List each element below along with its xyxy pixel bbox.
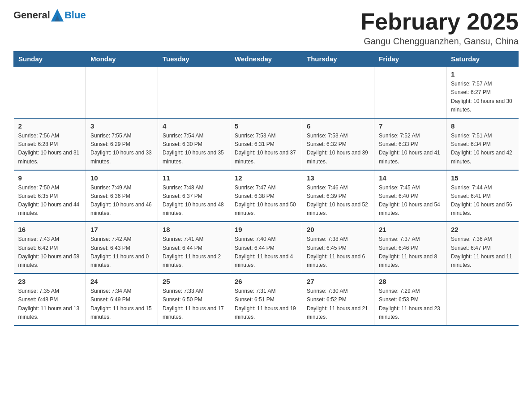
calendar-cell: 8Sunrise: 7:51 AMSunset: 6:34 PMDaylight…: [446, 118, 519, 170]
day-number: 20: [307, 226, 369, 233]
calendar-cell: 12Sunrise: 7:47 AMSunset: 6:38 PMDayligh…: [230, 170, 302, 222]
day-number: 6: [307, 122, 369, 130]
header-saturday: Saturday: [446, 51, 519, 67]
day-number: 13: [307, 174, 369, 182]
day-info: Sunrise: 7:38 AMSunset: 6:45 PMDaylight:…: [307, 235, 369, 270]
header-wednesday: Wednesday: [230, 51, 302, 67]
week-row-1: 1Sunrise: 7:57 AMSunset: 6:27 PMDaylight…: [14, 67, 519, 118]
month-year-title: February 2025: [360, 9, 519, 34]
location-subtitle: Gangu Chengguanzhen, Gansu, China: [360, 36, 519, 47]
calendar-cell: 9Sunrise: 7:50 AMSunset: 6:35 PMDaylight…: [14, 170, 86, 222]
day-number: 22: [451, 226, 514, 233]
day-info: Sunrise: 7:40 AMSunset: 6:44 PMDaylight:…: [235, 235, 297, 270]
calendar-cell: 4Sunrise: 7:54 AMSunset: 6:30 PMDaylight…: [158, 118, 230, 170]
day-number: 23: [18, 278, 82, 285]
day-info: Sunrise: 7:33 AMSunset: 6:50 PMDaylight:…: [163, 287, 225, 321]
calendar-cell: 14Sunrise: 7:45 AMSunset: 6:40 PMDayligh…: [374, 170, 446, 222]
calendar-cell: [158, 67, 230, 118]
calendar-cell: 13Sunrise: 7:46 AMSunset: 6:39 PMDayligh…: [302, 170, 374, 222]
logo-blue-text: Blue: [64, 9, 86, 21]
header-friday: Friday: [374, 51, 446, 67]
header-sunday: Sunday: [14, 51, 86, 67]
calendar-cell: 16Sunrise: 7:43 AMSunset: 6:42 PMDayligh…: [14, 222, 86, 274]
calendar-cell: 1Sunrise: 7:57 AMSunset: 6:27 PMDaylight…: [446, 67, 519, 118]
week-row-3: 9Sunrise: 7:50 AMSunset: 6:35 PMDaylight…: [14, 170, 519, 222]
calendar-cell: 10Sunrise: 7:49 AMSunset: 6:36 PMDayligh…: [86, 170, 158, 222]
calendar-table: Sunday Monday Tuesday Wednesday Thursday…: [13, 51, 519, 326]
calendar-cell: 28Sunrise: 7:29 AMSunset: 6:53 PMDayligh…: [374, 274, 446, 325]
day-info: Sunrise: 7:52 AMSunset: 6:33 PMDaylight:…: [379, 132, 442, 166]
day-number: 7: [379, 122, 442, 130]
day-number: 4: [163, 122, 225, 130]
day-info: Sunrise: 7:45 AMSunset: 6:40 PMDaylight:…: [379, 184, 442, 218]
calendar-header-row: Sunday Monday Tuesday Wednesday Thursday…: [14, 51, 519, 67]
calendar-cell: 3Sunrise: 7:55 AMSunset: 6:29 PMDaylight…: [86, 118, 158, 170]
day-info: Sunrise: 7:55 AMSunset: 6:29 PMDaylight:…: [90, 132, 153, 166]
day-info: Sunrise: 7:51 AMSunset: 6:34 PMDaylight:…: [451, 132, 514, 166]
day-number: 3: [90, 122, 153, 130]
calendar-cell: 18Sunrise: 7:41 AMSunset: 6:44 PMDayligh…: [158, 222, 230, 274]
header-tuesday: Tuesday: [158, 51, 230, 67]
day-info: Sunrise: 7:48 AMSunset: 6:37 PMDaylight:…: [163, 184, 225, 218]
header-monday: Monday: [86, 51, 158, 67]
day-number: 19: [235, 226, 297, 233]
calendar-cell: [446, 274, 519, 325]
day-number: 10: [90, 174, 153, 182]
calendar-cell: 2Sunrise: 7:56 AMSunset: 6:28 PMDaylight…: [14, 118, 86, 170]
day-info: Sunrise: 7:44 AMSunset: 6:41 PMDaylight:…: [451, 184, 514, 218]
day-info: Sunrise: 7:47 AMSunset: 6:38 PMDaylight:…: [235, 184, 297, 218]
day-info: Sunrise: 7:57 AMSunset: 6:27 PMDaylight:…: [451, 80, 514, 114]
calendar-cell: 21Sunrise: 7:37 AMSunset: 6:46 PMDayligh…: [374, 222, 446, 274]
calendar-cell: [302, 67, 374, 118]
day-number: 17: [90, 226, 153, 233]
day-info: Sunrise: 7:46 AMSunset: 6:39 PMDaylight:…: [307, 184, 369, 218]
day-info: Sunrise: 7:37 AMSunset: 6:46 PMDaylight:…: [379, 235, 442, 270]
day-info: Sunrise: 7:31 AMSunset: 6:51 PMDaylight:…: [235, 287, 297, 321]
day-info: Sunrise: 7:43 AMSunset: 6:42 PMDaylight:…: [18, 235, 82, 270]
day-number: 1: [451, 70, 514, 78]
calendar-cell: 19Sunrise: 7:40 AMSunset: 6:44 PMDayligh…: [230, 222, 302, 274]
day-info: Sunrise: 7:56 AMSunset: 6:28 PMDaylight:…: [18, 132, 82, 166]
calendar-cell: 6Sunrise: 7:53 AMSunset: 6:32 PMDaylight…: [302, 118, 374, 170]
day-number: 27: [307, 278, 369, 285]
day-info: Sunrise: 7:53 AMSunset: 6:32 PMDaylight:…: [307, 132, 369, 166]
day-info: Sunrise: 7:50 AMSunset: 6:35 PMDaylight:…: [18, 184, 82, 218]
week-row-4: 16Sunrise: 7:43 AMSunset: 6:42 PMDayligh…: [14, 222, 519, 274]
day-number: 2: [18, 122, 82, 130]
calendar-cell: 20Sunrise: 7:38 AMSunset: 6:45 PMDayligh…: [302, 222, 374, 274]
day-number: 12: [235, 174, 297, 182]
day-number: 5: [235, 122, 297, 130]
day-info: Sunrise: 7:34 AMSunset: 6:49 PMDaylight:…: [90, 287, 153, 321]
calendar-cell: 15Sunrise: 7:44 AMSunset: 6:41 PMDayligh…: [446, 170, 519, 222]
day-number: 16: [18, 226, 82, 233]
day-info: Sunrise: 7:41 AMSunset: 6:44 PMDaylight:…: [163, 235, 225, 270]
day-number: 21: [379, 226, 442, 233]
calendar-cell: 27Sunrise: 7:30 AMSunset: 6:52 PMDayligh…: [302, 274, 374, 325]
day-info: Sunrise: 7:35 AMSunset: 6:48 PMDaylight:…: [18, 287, 82, 321]
calendar-cell: 23Sunrise: 7:35 AMSunset: 6:48 PMDayligh…: [14, 274, 86, 325]
calendar-cell: 17Sunrise: 7:42 AMSunset: 6:43 PMDayligh…: [86, 222, 158, 274]
header-thursday: Thursday: [302, 51, 374, 67]
day-info: Sunrise: 7:53 AMSunset: 6:31 PMDaylight:…: [235, 132, 297, 166]
day-number: 24: [90, 278, 153, 285]
calendar-cell: 7Sunrise: 7:52 AMSunset: 6:33 PMDaylight…: [374, 118, 446, 170]
day-info: Sunrise: 7:54 AMSunset: 6:30 PMDaylight:…: [163, 132, 225, 166]
calendar-cell: [230, 67, 302, 118]
day-number: 26: [235, 278, 297, 285]
week-row-2: 2Sunrise: 7:56 AMSunset: 6:28 PMDaylight…: [14, 118, 519, 170]
calendar-cell: [86, 67, 158, 118]
calendar-cell: 26Sunrise: 7:31 AMSunset: 6:51 PMDayligh…: [230, 274, 302, 325]
day-info: Sunrise: 7:29 AMSunset: 6:53 PMDaylight:…: [379, 287, 442, 321]
day-info: Sunrise: 7:30 AMSunset: 6:52 PMDaylight:…: [307, 287, 369, 321]
day-info: Sunrise: 7:49 AMSunset: 6:36 PMDaylight:…: [90, 184, 153, 218]
day-number: 8: [451, 122, 514, 130]
day-info: Sunrise: 7:36 AMSunset: 6:47 PMDaylight:…: [451, 235, 514, 270]
day-number: 25: [163, 278, 225, 285]
day-number: 9: [18, 174, 82, 182]
calendar-cell: 24Sunrise: 7:34 AMSunset: 6:49 PMDayligh…: [86, 274, 158, 325]
calendar-cell: [374, 67, 446, 118]
logo-icon: [51, 9, 64, 21]
calendar-cell: 22Sunrise: 7:36 AMSunset: 6:47 PMDayligh…: [446, 222, 519, 274]
title-block: February 2025 Gangu Chengguanzhen, Gansu…: [360, 9, 519, 47]
day-info: Sunrise: 7:42 AMSunset: 6:43 PMDaylight:…: [90, 235, 153, 270]
